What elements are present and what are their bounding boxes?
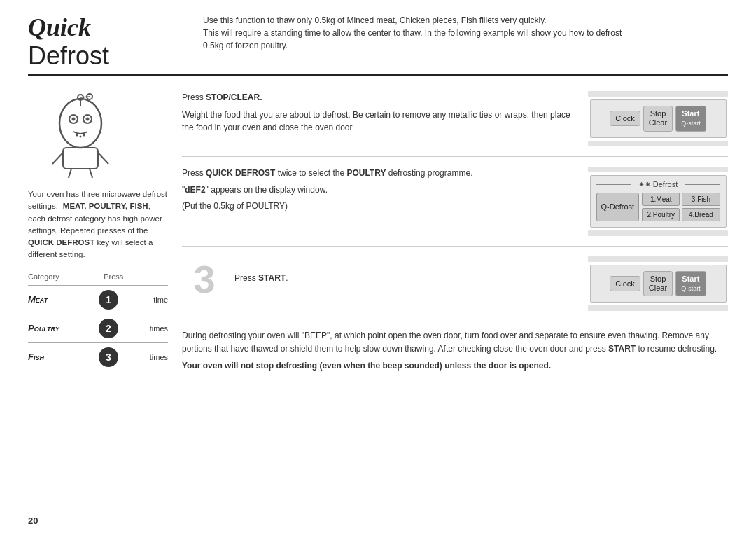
svg-point-3 <box>72 118 76 121</box>
bottom-para2: Your oven will not stop defrosting (even… <box>182 359 728 373</box>
svg-line-14 <box>98 153 108 164</box>
category-row-poultry: Poultry 2 times <box>28 314 168 342</box>
defrost-grid: 1.Meat 3.Fish 2.Poultry 4.Bread <box>642 193 720 221</box>
svg-text:3: 3 <box>193 257 215 298</box>
step-2-text: Press QUICK DEFROST twice to select the … <box>182 167 588 213</box>
mascot-icon <box>35 88 126 179</box>
step-1-row: Press STOP/CLEAR. Weight the food that y… <box>182 81 728 156</box>
svg-point-0 <box>59 99 102 148</box>
cat-name-poultry: Poultry <box>28 323 77 333</box>
title-block: Quick Defrost <box>28 14 182 69</box>
defrost-panel: ⁕⁕ Defrost Q-Defrost 1.Meat 3.Fish 2.Pou… <box>590 175 727 228</box>
header-line1: Use this function to thaw only 0.5kg of … <box>203 14 728 27</box>
step-3-text: Press START. <box>234 272 574 285</box>
clock-btn-wrap-3: Clock <box>610 276 640 291</box>
defrost-poultry-btn[interactable]: 2.Poultry <box>642 208 680 221</box>
clock-button-3[interactable]: Clock <box>610 276 640 291</box>
button-panel-1: Clock StopClear StartQ-start <box>590 99 727 137</box>
page: Quick Defrost Use this function to thaw … <box>0 0 756 540</box>
cat-name-fish: Fish <box>28 352 77 362</box>
category-table: Category Press Meat 1 time Poultry 2 tim… <box>28 272 168 371</box>
q-defrost-button[interactable]: Q-Defrost <box>596 193 640 221</box>
category-header: Category Press <box>28 272 168 282</box>
svg-line-8 <box>80 97 90 97</box>
cat-times-meat: time <box>140 296 168 304</box>
category-row-fish: Fish 3 times <box>28 342 168 371</box>
svg-line-16 <box>90 169 92 178</box>
cat-times-poultry: times <box>140 324 168 333</box>
cat-circle-fish: 3 <box>99 347 118 367</box>
header: Quick Defrost Use this function to thaw … <box>28 14 728 76</box>
step-1-text: Press STOP/CLEAR. Weight the food that y… <box>182 91 588 134</box>
left-column: Your oven has three microwave defrost se… <box>28 81 182 373</box>
page-number: 20 <box>28 515 38 526</box>
left-description: Your oven has three microwave defrost se… <box>28 188 168 261</box>
stop-clear-btn-wrap-1: StopClear <box>643 106 673 131</box>
button-panel-3: Clock StopClear StartQ-start <box>590 265 727 303</box>
start-btn-wrap-3: StartQ-start <box>676 271 706 296</box>
category-row-meat: Meat 1 time <box>28 285 168 314</box>
defrost-panel-title: ⁕⁕ Defrost <box>596 180 720 189</box>
title-defrost: Defrost <box>28 42 182 70</box>
step-2-panel: ⁕⁕ Defrost Q-Defrost 1.Meat 3.Fish 2.Pou… <box>588 167 728 236</box>
right-column: Press STOP/CLEAR. Weight the food that y… <box>182 81 728 373</box>
step-3-panel: Clock StopClear StartQ-start <box>588 256 728 311</box>
cat-times-fish: times <box>140 353 168 361</box>
step-3-row: 3 Press START. Clock <box>182 247 728 321</box>
defrost-row: Q-Defrost 1.Meat 3.Fish 2.Poultry 4.Brea… <box>596 193 720 221</box>
start-button-3[interactable]: StartQ-start <box>676 271 706 296</box>
svg-line-15 <box>69 169 71 178</box>
cat-name-meat: Meat <box>28 294 77 305</box>
step-1-panel: Clock StopClear StartQ-start <box>588 91 728 146</box>
bottom-section: During defrosting your oven will "BEEP",… <box>182 321 728 373</box>
svg-point-9 <box>76 134 78 137</box>
defrost-meat-btn[interactable]: 1.Meat <box>642 193 680 206</box>
defrost-fish-btn[interactable]: 3.Fish <box>682 193 720 206</box>
svg-line-13 <box>52 153 63 164</box>
press-col-header: Press <box>104 272 123 281</box>
svg-rect-12 <box>63 148 98 169</box>
category-col-header: Category <box>28 272 59 281</box>
start-button-1[interactable]: StartQ-start <box>676 106 706 131</box>
clock-btn-wrap-1: Clock <box>610 111 640 126</box>
step-3-circle-icon: 3 <box>182 256 227 298</box>
cat-circle-poultry: 2 <box>99 319 118 338</box>
svg-point-10 <box>80 136 82 138</box>
stop-clear-button-1[interactable]: StopClear <box>643 106 673 131</box>
header-line2: This will require a standing time to all… <box>203 27 728 39</box>
cat-circle-meat: 1 <box>99 290 118 310</box>
header-text: Use this function to thaw only 0.5kg of … <box>182 14 728 52</box>
stop-clear-button-3[interactable]: StopClear <box>643 271 673 296</box>
clock-button-1[interactable]: Clock <box>610 111 640 126</box>
svg-point-11 <box>83 134 85 137</box>
bottom-para1: During defrosting your oven will "BEEP",… <box>182 329 728 355</box>
main-content: Your oven has three microwave defrost se… <box>28 81 728 373</box>
header-line3: 0.5kg of forzen poultry. <box>203 39 728 52</box>
start-btn-wrap-1: StartQ-start <box>676 106 706 131</box>
defrost-bread-btn[interactable]: 4.Bread <box>682 208 720 221</box>
title-quick: Quick <box>28 14 182 42</box>
stop-clear-btn-wrap-3: StopClear <box>643 271 673 296</box>
step-2-row: Press QUICK DEFROST twice to select the … <box>182 157 728 247</box>
svg-point-4 <box>86 118 90 121</box>
